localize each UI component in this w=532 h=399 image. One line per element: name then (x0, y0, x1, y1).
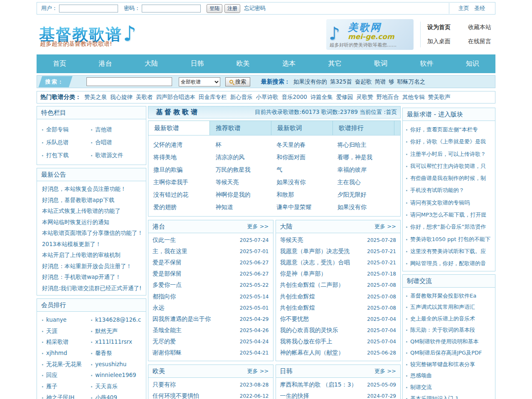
request-link[interactable]: 网站管理员，你好，配歌谱的音 (410, 260, 486, 266)
latest-search-link[interactable]: 简谱 (374, 78, 386, 86)
song-link[interactable]: 爱是部保留 (153, 270, 182, 278)
featured-link[interactable]: 吉他谱 (95, 126, 112, 133)
song-link[interactable]: 你不要忧愁 (280, 315, 309, 323)
password-input[interactable] (142, 5, 201, 12)
hot-category-link[interactable]: 新心音乐 (230, 94, 253, 101)
hot-category-link[interactable]: 诗篇全集 (310, 94, 333, 101)
song-link[interactable]: 如果没有你 (337, 204, 367, 210)
forgot-password-link[interactable]: 忘记密码 (244, 5, 266, 12)
member-link[interactable]: kuanye (46, 316, 66, 323)
song-link[interactable]: 没有错过的花 (153, 191, 188, 198)
song-link[interactable]: 主在我心 (337, 179, 361, 185)
song-link[interactable]: 看哪，神是我 (337, 154, 372, 160)
tab-latest-lyrics[interactable]: 最新歌词 (271, 121, 333, 135)
nav-item[interactable]: 其它 (312, 54, 357, 73)
song-link[interactable]: 只要有祢 (153, 381, 176, 389)
featured-link[interactable]: 全部专辑 (46, 126, 69, 133)
request-link[interactable]: 这里没有赞美诗试听和下载。应 (410, 248, 486, 254)
hot-category-link[interactable]: 赞美歌声 (428, 94, 451, 101)
announcement-link[interactable]: 本网站临时恢复运行的通知 (42, 219, 109, 225)
request-link[interactable]: 手机没有试听功能的？ (410, 187, 464, 193)
nav-item[interactable]: 首页 (37, 54, 82, 73)
nav-item[interactable]: 软件 (404, 54, 449, 73)
set-homepage-link[interactable]: 设为首页 (427, 24, 451, 31)
nav-item[interactable]: 大陆 (128, 54, 174, 73)
announcement-link[interactable]: 好消息，本站恢复会员注册功能！ (42, 185, 126, 192)
search-scope-select[interactable]: 全部歌谱 (179, 77, 220, 86)
member-link[interactable]: k134628@126.com (95, 316, 141, 323)
member-link[interactable]: 小薇409 (95, 394, 117, 399)
announcement-link[interactable]: 好消息：手机歌谱wap开通了！ (42, 273, 121, 280)
more-link[interactable]: 更多 >> (247, 365, 269, 377)
song-link[interactable]: 万民的救星我 (216, 166, 251, 173)
member-link[interactable]: 雁子 (46, 383, 57, 389)
announcement-link[interactable]: 好消息：本站重新开放会员注册了！ (42, 263, 132, 269)
song-link[interactable]: 爱是不保留 (153, 259, 182, 266)
song-link[interactable]: 父怀的港湾 (153, 141, 182, 148)
song-link[interactable]: 我的心欢喜我的灵快乐 (280, 327, 338, 334)
song-link[interactable]: 一生的抉择 (280, 392, 309, 399)
song-link[interactable]: 等候天亮 (280, 236, 303, 244)
song-link[interactable]: 神的帐幕在人间（献堂） (280, 349, 344, 357)
notation-link[interactable]: 陈元勋：关于歌词的基本段 (410, 327, 475, 333)
announcement-link[interactable]: 本站开启了上传歌谱的审核机制 (42, 251, 121, 258)
song-link[interactable]: 将得美地 (153, 154, 177, 160)
song-link[interactable]: 你是神（单声部） (280, 270, 327, 278)
member-link[interactable]: 默然无声 (95, 328, 118, 334)
nav-item[interactable]: 日韩 (174, 54, 220, 73)
hot-category-link[interactable]: 灵歌赞 (356, 94, 373, 101)
song-link[interactable]: 神啊你是我的 (216, 191, 251, 198)
notation-link[interactable]: 基督教敬拜聚会投影软件Ea (410, 293, 476, 299)
hot-category-link[interactable]: 音乐2000 (282, 94, 307, 101)
tab-latest-scores[interactable]: 最新歌谱 (148, 121, 210, 135)
nav-item[interactable]: 欧美 (220, 54, 266, 73)
hot-category-link[interactable]: 小草诗歌 (256, 94, 278, 101)
request-link[interactable]: 赞美诗歌1050 ppt 打包的不能下 (410, 236, 490, 242)
nav-item[interactable]: 选本 (266, 54, 312, 73)
hot-category-link[interactable]: 爱修园 (336, 94, 353, 101)
announcement-link[interactable]: 好消息，基督教歌谱app下载 (42, 197, 114, 203)
home-link[interactable]: 主页 (458, 5, 469, 11)
notation-link[interactable]: 基本乐理知识入门 1 (410, 395, 458, 399)
hot-category-link[interactable]: 野地百合 (377, 94, 399, 101)
song-link[interactable]: 共创生命辉煌 (280, 304, 315, 312)
notation-link[interactable]: 史上最全的乐谱上的音乐术 (410, 315, 475, 322)
song-link[interactable]: 气 (276, 166, 282, 173)
request-link[interactable]: 有些曲谱是我在制作的时候，制 (410, 175, 486, 181)
song-link[interactable]: 撒旦的欺骗 (153, 166, 182, 173)
song-link[interactable]: 无尽的爱 (153, 338, 176, 345)
hot-category-link[interactable]: 我心旋律 (110, 94, 133, 101)
song-link[interactable]: 永远 (153, 304, 164, 312)
meige-banner[interactable]: ♪ 美歌网 mei-ge.com 超多好听的赞美诗歌等着您…… (326, 19, 414, 50)
login-button[interactable]: 登陆 (207, 4, 222, 13)
announcement-link[interactable]: 本站歌谱页面增添了分享微信的功能了！ (42, 229, 141, 236)
song-link[interactable]: 等候天亮 (216, 179, 239, 185)
more-link[interactable]: 更多 >> (374, 220, 396, 233)
notation-link[interactable]: 恩感颂曲 (410, 372, 432, 379)
request-link[interactable]: 请问MP3怎么不能下载，打开提 (410, 212, 486, 218)
song-link[interactable]: 多爱你一点 (153, 281, 182, 289)
song-link[interactable]: 我愿意（决志，受洗）合唱 (280, 259, 350, 266)
username-input[interactable] (59, 5, 118, 12)
song-link[interactable]: 主，我在这里 (153, 248, 187, 255)
song-link[interactable]: 圣哉全能主 (153, 327, 182, 334)
request-link[interactable]: 我可以帮忙打主内诗歌简谱，只 (410, 163, 486, 169)
register-button[interactable]: 注册 (224, 4, 240, 13)
song-link[interactable]: 夕阳无限好 (337, 191, 367, 198)
notation-link[interactable]: 较完整钢琴键盘和弦表分享 (410, 361, 475, 367)
member-link[interactable]: xjhhmd (46, 350, 67, 356)
member-link[interactable]: 馨香祭 (95, 350, 112, 356)
member-link[interactable]: 无花果-无花果 (46, 361, 82, 367)
notation-link[interactable]: 五声调式以其常用和声语汇 (410, 304, 475, 310)
breadcrumb-home-link[interactable]: 首页 (386, 108, 397, 115)
song-link[interactable]: 任何环境不要惧怕 (153, 392, 199, 399)
song-link[interactable]: 清凉凉的风 (216, 154, 245, 160)
latest-search-link[interactable]: 第325首 (330, 78, 352, 86)
latest-search-link[interactable]: 奋起歌 (355, 78, 372, 86)
more-link[interactable]: 更多 >> (247, 220, 269, 233)
latest-search-link[interactable]: 如果没有你的 (293, 78, 327, 86)
song-link[interactable]: 仅此一生 (153, 236, 176, 244)
hot-category-link[interactable]: 四声部合唱选本 (156, 94, 196, 101)
song-link[interactable]: 摩西和羔羊的歌 （启15：3） (280, 381, 357, 389)
song-link[interactable]: 共创生命辉煌（二声部） (280, 281, 344, 289)
